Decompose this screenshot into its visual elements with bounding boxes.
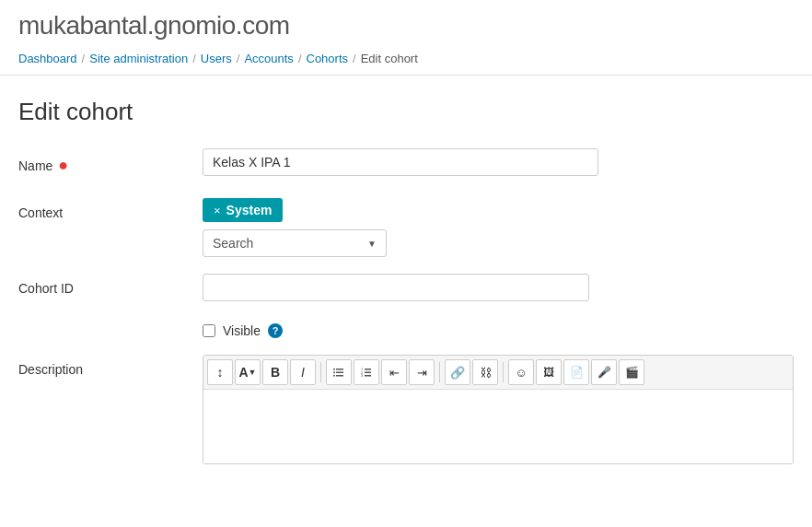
breadcrumb-accounts[interactable]: Accounts [244, 52, 293, 65]
description-form-group: Description ↕ A▼ B I [18, 355, 794, 464]
cohort-id-label: Cohort ID [18, 274, 203, 296]
svg-point-5 [333, 375, 335, 377]
font-family-button[interactable]: A▼ [235, 359, 261, 385]
unordered-list-button[interactable] [326, 359, 352, 385]
context-label: Context [18, 198, 203, 220]
toolbar-sep-3 [503, 362, 504, 382]
svg-point-4 [333, 371, 335, 373]
breadcrumb-dashboard[interactable]: Dashboard [18, 52, 77, 65]
cohort-id-form-group: Cohort ID [18, 274, 794, 307]
visible-label: Visible [223, 323, 261, 338]
breadcrumb-current: Edit cohort [361, 52, 418, 65]
svg-point-3 [333, 369, 335, 370]
svg-text:3: 3 [361, 373, 364, 378]
svg-rect-1 [336, 372, 343, 374]
breadcrumb: Dashboard / Site administration / Users … [0, 46, 812, 76]
image-button[interactable]: 🖼 [536, 359, 562, 385]
search-dropdown-label: Search [213, 236, 253, 251]
link-button[interactable]: 🔗 [445, 359, 470, 385]
cohort-id-field-wrapper [203, 274, 598, 301]
cohort-id-input[interactable] [203, 274, 589, 301]
breadcrumb-sep-4: / [298, 52, 302, 65]
audio-button[interactable]: 🎤 [591, 359, 617, 385]
main-content: Edit cohort Name ● Context × System Sear… [0, 76, 812, 486]
svg-rect-0 [336, 369, 343, 370]
svg-rect-8 [365, 375, 371, 377]
name-form-group: Name ● [18, 148, 794, 182]
context-tag-remove[interactable]: × [214, 204, 221, 217]
breadcrumb-sep-2: / [192, 52, 196, 65]
site-title: mukabantal.gnomio.com [0, 0, 812, 46]
emoji-button[interactable]: ☺ [508, 359, 534, 385]
name-field-wrapper [203, 148, 598, 176]
visible-checkbox[interactable] [203, 324, 215, 337]
breadcrumb-sep-3: / [237, 52, 240, 65]
breadcrumb-site-admin[interactable]: Site administration [89, 52, 188, 65]
page-title: Edit cohort [18, 98, 794, 126]
name-label: Name ● [18, 148, 203, 175]
breadcrumb-users[interactable]: Users [201, 52, 232, 65]
toolbar-sep-2 [439, 362, 440, 382]
breadcrumb-sep-1: / [82, 52, 86, 65]
ordered-list-button[interactable]: 1 2 3 [354, 359, 379, 385]
italic-button[interactable]: I [290, 359, 316, 385]
breadcrumb-sep-5: / [353, 52, 356, 65]
unlink-button[interactable]: ⛓ [472, 359, 498, 385]
svg-rect-6 [365, 369, 371, 370]
file-button[interactable]: 📄 [563, 359, 589, 385]
context-form-group: Context × System Search ▼ [18, 198, 794, 257]
editor-toolbar: ↕ A▼ B I [203, 356, 793, 390]
description-editor: ↕ A▼ B I [203, 355, 794, 464]
name-input[interactable] [203, 148, 598, 176]
chevron-down-icon: ▼ [367, 239, 377, 249]
required-icon: ● [58, 156, 68, 175]
context-search-dropdown[interactable]: Search ▼ [203, 229, 387, 257]
visible-row: Visible ? [203, 323, 794, 338]
video-button[interactable]: 🎬 [619, 359, 644, 385]
description-textarea[interactable] [203, 390, 793, 463]
description-label: Description [18, 355, 203, 377]
context-field-wrapper: × System Search ▼ [203, 198, 598, 257]
expand-icon[interactable]: ↕ [207, 359, 233, 385]
svg-rect-2 [336, 375, 343, 377]
breadcrumb-cohorts[interactable]: Cohorts [307, 52, 349, 65]
context-tag[interactable]: × System [203, 198, 283, 222]
svg-rect-7 [365, 372, 371, 374]
increase-indent-button[interactable]: ⇥ [409, 359, 435, 385]
context-tag-label: System [226, 203, 273, 217]
decrease-indent-button[interactable]: ⇤ [381, 359, 407, 385]
help-icon[interactable]: ? [268, 323, 283, 338]
bold-button[interactable]: B [262, 359, 288, 385]
toolbar-sep-1 [320, 362, 321, 382]
